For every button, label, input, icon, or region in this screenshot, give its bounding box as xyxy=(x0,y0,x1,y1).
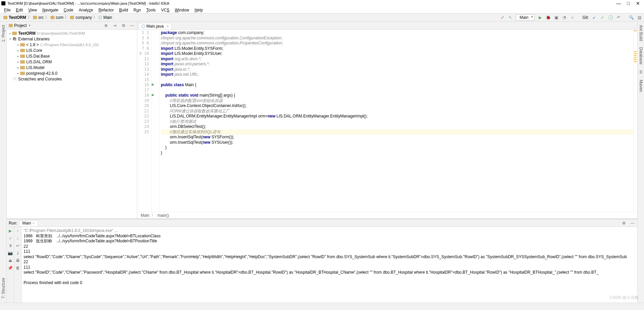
breadcrumb-root[interactable]: TestORM xyxy=(2,15,28,20)
pin-icon[interactable]: 📌 xyxy=(8,265,13,271)
code-editor[interactable]: package com.company; //import org.apache… xyxy=(159,30,633,212)
tree-scratches[interactable]: Scratches and Consoles xyxy=(7,76,137,82)
menu-file[interactable]: File xyxy=(2,8,12,12)
exit-icon[interactable]: ⏏ xyxy=(8,258,13,263)
hide-icon[interactable]: — xyxy=(130,23,135,28)
tool-project-tab[interactable]: 1: Project xyxy=(1,24,6,43)
tree-jdk[interactable]: ▸< 1.8 >C:\Program Files\Java\jdk1.8.0_1… xyxy=(7,42,137,47)
editor-tab-main[interactable]: Main.java ✕ xyxy=(139,23,172,29)
run-line-icon[interactable]: ▶ xyxy=(152,93,154,97)
console-output[interactable]: "C:\Program Files\Java\jdk1.8.0_191\bin\… xyxy=(22,227,637,303)
tool-structure-tab[interactable]: 7: Structure xyxy=(1,276,6,300)
git-update-icon[interactable]: ↙ xyxy=(592,15,597,20)
tree-lib[interactable]: ▸LIS.Dal.Base xyxy=(7,53,137,59)
editor-area: Main.java ✕ 1 2 3 4 5 6 7 8 9 10 11 12 1… xyxy=(137,22,637,218)
up-icon[interactable]: ↑ xyxy=(15,228,21,234)
tree-lib[interactable]: ▸LIS.DAL.ORM xyxy=(7,59,137,65)
class-icon xyxy=(99,16,102,19)
pause-icon[interactable]: ⏸ xyxy=(8,243,13,248)
print-icon[interactable]: 🖶 xyxy=(15,258,21,263)
project-tool-window: Project ⊕ ⇥ ⚙ — ▸TestORMD:\jbase\jbase\D… xyxy=(7,22,137,218)
git-revert-icon[interactable]: ↶ xyxy=(616,15,621,20)
maximize-icon[interactable]: □ xyxy=(627,1,630,6)
down-icon[interactable]: ↓ xyxy=(15,236,21,241)
menu-window[interactable]: Window xyxy=(173,8,191,12)
locate-icon[interactable]: ⊕ xyxy=(103,23,109,28)
collapse-icon[interactable]: ⇥ xyxy=(112,23,117,28)
menu-refactor[interactable]: Refactor xyxy=(97,8,116,12)
run-icon[interactable]: ▶ xyxy=(537,15,543,20)
menu-help[interactable]: Help xyxy=(192,8,205,12)
clear-icon[interactable]: 🗑 xyxy=(15,265,21,271)
tree-lib[interactable]: ▸LIS.Core xyxy=(7,47,137,53)
run-gutter[interactable]: ▶ ▶ xyxy=(151,30,156,212)
scroll-icon[interactable]: ⤓ xyxy=(15,250,21,256)
run-config-select[interactable]: Main xyxy=(516,14,535,21)
run-tab-main[interactable]: Main✕ xyxy=(19,220,38,226)
tool-ant-tab[interactable]: Ant Build xyxy=(639,24,643,42)
dump-icon[interactable]: 📷 xyxy=(8,250,13,256)
tree-lib[interactable]: ▸postgresql-42.6.0 xyxy=(7,70,137,76)
expand-icon[interactable]: ⤢ xyxy=(500,15,505,20)
breadcrumb-main[interactable]: Main xyxy=(97,15,113,20)
window-title: TestORM [D:\jbase\jbase\DAL\TestORM] - .… xyxy=(7,1,616,5)
gear-icon[interactable]: ⚙ xyxy=(621,220,627,226)
project-view-select[interactable]: Project xyxy=(9,23,30,28)
search-icon[interactable]: 🔍 xyxy=(629,15,634,20)
tree-root[interactable]: ▸TestORMD:\jbase\jbase\DAL\TestORM xyxy=(7,30,137,36)
fold-gutter[interactable] xyxy=(156,30,159,212)
stop-icon[interactable]: ■ xyxy=(570,15,575,20)
menu-view[interactable]: View xyxy=(26,8,39,12)
back-icon[interactable]: ↖ xyxy=(508,15,513,20)
app-icon xyxy=(1,1,5,5)
menu-edit[interactable]: Edit xyxy=(14,8,25,12)
menu-code[interactable]: Code xyxy=(62,8,75,12)
git-commit-icon[interactable]: ✓ xyxy=(600,15,605,20)
run-tool-window: Run: Main✕ ⚙ — ▶ ■ ⏸ 📷 ⏏ 📌 ↑ ↓ xyxy=(7,218,637,303)
breadcrumb-src[interactable]: src xyxy=(32,15,45,20)
right-tool-stripe: Ant Build Database m Maven xyxy=(637,22,644,303)
breadcrumb-com[interactable]: com xyxy=(49,15,65,20)
menu-run[interactable]: Run xyxy=(132,8,143,12)
menu-tools[interactable]: Tools xyxy=(144,8,158,12)
git-history-icon[interactable]: 🕓 xyxy=(608,15,613,20)
minimize-icon[interactable]: — xyxy=(616,1,621,6)
profile-icon[interactable]: ◔ xyxy=(562,15,567,20)
tree-external-libs[interactable]: ▾External Libraries xyxy=(7,36,137,42)
folder-icon xyxy=(50,16,55,19)
run-toolbar-2: ↑ ↓ ↩ ⤓ 🖶 🗑 xyxy=(14,227,22,303)
editor-breadcrumb[interactable]: Main〉main() xyxy=(137,212,637,218)
menu-navigate[interactable]: Navigate xyxy=(40,8,60,12)
wrap-icon[interactable]: ↩ xyxy=(15,243,21,248)
git-label: Git: xyxy=(582,15,589,20)
run-label: Run: xyxy=(9,221,17,226)
line-gutter[interactable]: 1 2 3 4 5 6 7 8 9 10 11 12 13 14 15 16 1… xyxy=(137,30,151,212)
menu-build[interactable]: Build xyxy=(117,8,130,12)
tool-maven-tab2[interactable]: Maven xyxy=(639,78,643,93)
main-menu: File Edit View Navigate Code Analyze Ref… xyxy=(0,7,644,13)
class-icon xyxy=(142,25,145,28)
menu-analyze[interactable]: Analyze xyxy=(77,8,95,12)
breadcrumb-company[interactable]: company xyxy=(69,15,93,20)
menu-vcs[interactable]: VCS xyxy=(159,8,172,12)
window-titlebar: TestORM [D:\jbase\jbase\DAL\TestORM] - .… xyxy=(0,0,644,7)
tool-maven-tab[interactable]: m xyxy=(639,69,643,75)
gear-icon[interactable]: ⚙ xyxy=(121,23,126,28)
run-toolbar-left: ▶ ■ ⏸ 📷 ⏏ 📌 xyxy=(7,227,14,303)
close-icon[interactable]: ✕ xyxy=(636,1,640,6)
coverage-icon[interactable]: ▣ xyxy=(553,15,559,20)
folder-icon xyxy=(70,16,74,19)
hide-icon[interactable]: — xyxy=(630,220,635,226)
tool-database-tab[interactable]: Database xyxy=(639,46,643,66)
error-stripe[interactable] xyxy=(633,30,637,212)
rerun-icon[interactable]: ▶ xyxy=(8,228,13,234)
tree-lib[interactable]: ▸LIS.Model xyxy=(7,65,137,70)
ide-icon[interactable]: ▤ xyxy=(637,15,642,20)
folder-icon xyxy=(33,16,37,19)
run-line-icon[interactable]: ▶ xyxy=(152,82,154,86)
debug-icon[interactable]: 🐞 xyxy=(545,15,551,20)
close-icon[interactable]: ✕ xyxy=(32,221,35,225)
left-tool-stripe: 1: Project 7: Structure xyxy=(0,22,7,303)
stop-icon[interactable]: ■ xyxy=(8,236,13,241)
close-tab-icon[interactable]: ✕ xyxy=(166,25,169,28)
